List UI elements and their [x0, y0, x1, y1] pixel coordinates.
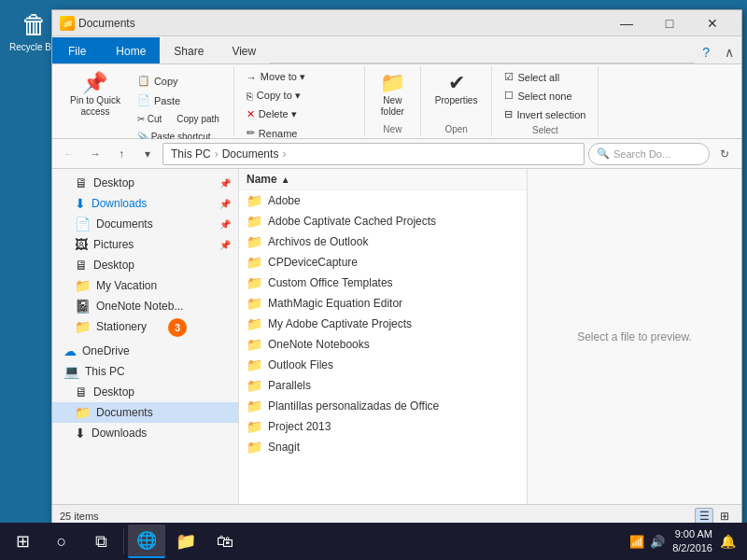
file-list-scroll[interactable]: 📁Adobe📁Adobe Captivate Cached Projects📁A…	[239, 190, 527, 504]
file-name: Outlook Files	[268, 358, 333, 371]
search-box[interactable]: 🔍 Search Do...	[588, 143, 710, 165]
sidebar-item-pictures[interactable]: 🖼 Pictures 📌	[52, 234, 238, 255]
file-item[interactable]: 📁Parallels	[239, 375, 527, 396]
sidebar-item-desktop3[interactable]: 🖥 Desktop	[52, 382, 238, 402]
file-item[interactable]: 📁CPDeviceCapture	[239, 252, 527, 273]
maximize-button[interactable]: □	[648, 10, 691, 36]
tab-share[interactable]: Share	[160, 37, 218, 63]
delete-button[interactable]: ✕ Delete ▾	[240, 105, 359, 123]
large-icons-view-button[interactable]: ⊞	[715, 508, 734, 525]
select-all-button[interactable]: ☑ Select all	[498, 68, 592, 86]
details-view-button[interactable]: ☰	[695, 508, 713, 525]
breadcrumb-this-pc[interactable]: This PC	[171, 147, 211, 161]
desktop1-icon: 🖥	[75, 175, 88, 190]
ribbon-collapse-icon[interactable]: ∧	[717, 41, 741, 63]
help-icon[interactable]: ?	[695, 41, 717, 63]
notifications-icon[interactable]: 🔔	[720, 534, 736, 549]
tab-file[interactable]: File	[52, 37, 102, 63]
file-item[interactable]: 📁Outlook Files	[239, 355, 527, 375]
tray-icons: 📶 🔊	[629, 535, 665, 549]
invert-icon: ⊟	[504, 108, 513, 120]
onenote-icon: 📓	[75, 299, 91, 314]
invert-label: Invert selection	[516, 109, 585, 120]
sidebar-item-label: Documents	[96, 406, 153, 419]
folder-icon: 📁	[247, 296, 262, 311]
downloads2-icon: ⬇	[75, 426, 86, 441]
sidebar-item-downloads2[interactable]: ⬇ Downloads	[52, 423, 238, 443]
sidebar-item-onenote[interactable]: 📓 OneNote Noteb...	[52, 296, 238, 316]
view-buttons: ☰ ⊞	[695, 508, 734, 525]
copy-path-button[interactable]: Copy path	[170, 111, 226, 127]
file-list-header[interactable]: Name ▲	[239, 169, 527, 190]
file-item[interactable]: 📁My Adobe Captivate Projects	[239, 314, 527, 334]
taskbar-start-button[interactable]: ⊞	[4, 525, 41, 558]
move-to-button[interactable]: → Move to ▾	[240, 68, 359, 86]
sidebar-item-onedrive[interactable]: ☁ OneDrive	[52, 341, 238, 361]
select-buttons: ☑ Select all ☐ Select none ⊟ Invert sele…	[498, 68, 592, 123]
sidebar-item-downloads[interactable]: ⬇ Downloads 📌	[52, 193, 238, 214]
taskbar-clock[interactable]: 9:00 AM 8/2/2016	[672, 527, 712, 556]
taskbar-explorer-button[interactable]: 📁	[167, 525, 204, 558]
ribbon-group-select: ☑ Select all ☐ Select none ⊟ Invert sele…	[492, 66, 599, 136]
folder-icon: 📁	[247, 316, 262, 331]
item-count: 25 items	[60, 511, 99, 522]
up-button[interactable]: ↑	[110, 143, 133, 165]
minimize-button[interactable]: —	[605, 10, 648, 36]
file-item[interactable]: 📁Project 2013	[239, 416, 527, 437]
file-item[interactable]: 📁MathMagic Equation Editor	[239, 293, 527, 314]
file-name: Project 2013	[268, 420, 331, 433]
select-none-button[interactable]: ☐ Select none	[498, 87, 592, 105]
refresh-button[interactable]: ↻	[713, 143, 736, 165]
file-item[interactable]: 📁Snagit	[239, 437, 527, 457]
paste-button[interactable]: 📄 Paste	[131, 91, 226, 109]
close-button[interactable]: ✕	[691, 10, 734, 36]
tab-view[interactable]: View	[218, 37, 270, 63]
cut-button[interactable]: ✂ Cut	[131, 111, 168, 127]
taskbar-task-view-button[interactable]: ⧉	[82, 525, 120, 558]
documents2-icon: 📁	[75, 405, 91, 420]
new-folder-button[interactable]: 📁 Newfolder	[374, 68, 412, 122]
sidebar-item-this-pc[interactable]: 💻 This PC	[52, 361, 238, 382]
sidebar-item-desktop1[interactable]: 🖥 Desktop 📌	[52, 173, 238, 193]
sidebar-item-label: Stationery	[96, 320, 147, 333]
sidebar-item-label: OneNote Noteb...	[96, 300, 183, 313]
tab-home[interactable]: Home	[102, 37, 160, 63]
file-item[interactable]: 📁Archivos de Outlook	[239, 231, 527, 252]
file-item[interactable]: 📁Custom Office Templates	[239, 273, 527, 293]
search-placeholder: Search Do...	[613, 148, 670, 160]
sidebar-item-label: Pictures	[93, 238, 134, 251]
taskbar-search-button[interactable]: ○	[43, 525, 80, 558]
date-display: 8/2/2016	[672, 541, 712, 555]
sidebar-item-label: Desktop	[93, 176, 134, 189]
file-item[interactable]: 📁OneNote Notebooks	[239, 334, 527, 355]
ribbon-tabs: File Home Share View ? ∧	[52, 36, 741, 64]
move-to-label: Move to ▾	[261, 71, 305, 83]
forward-button[interactable]: →	[84, 143, 106, 165]
paste-label: Paste	[154, 95, 180, 106]
downloads-icon: ⬇	[75, 196, 86, 211]
sidebar-item-documents2[interactable]: 📁 Documents	[52, 402, 238, 423]
invert-selection-button[interactable]: ⊟ Invert selection	[498, 105, 592, 123]
sidebar-item-stationery[interactable]: 📁 Stationery 3	[52, 316, 238, 337]
file-item[interactable]: 📁Adobe	[239, 190, 527, 211]
move-to-icon: →	[247, 72, 257, 83]
documents-icon: 📄	[75, 217, 91, 231]
back-button[interactable]: ←	[58, 143, 80, 165]
volume-icon: 🔊	[650, 535, 665, 549]
file-item[interactable]: 📁Plantillas personalizadas de Office	[239, 396, 527, 416]
file-item[interactable]: 📁Adobe Captivate Cached Projects	[239, 211, 527, 231]
sidebar-item-my-vacation[interactable]: 📁 My Vacation	[52, 275, 238, 296]
sidebar-item-desktop2[interactable]: 🖥 Desktop	[52, 255, 238, 275]
copy-button[interactable]: 📋 Copy	[131, 72, 226, 90]
recycle-bin-icon: 🗑	[21, 9, 48, 40]
properties-button[interactable]: ✔ Properties	[429, 68, 485, 111]
taskbar-edge-button[interactable]: 🌐	[128, 525, 165, 558]
pin-to-quick-access-button[interactable]: 📌 Pin to Quickaccess	[63, 68, 127, 122]
taskbar-store-button[interactable]: 🛍	[206, 525, 244, 558]
recent-locations-button[interactable]: ▾	[136, 143, 159, 165]
address-path[interactable]: This PC › Documents ›	[162, 143, 585, 165]
breadcrumb-documents[interactable]: Documents	[222, 147, 279, 161]
sidebar-item-documents[interactable]: 📄 Documents 📌	[52, 214, 238, 234]
copy-to-button[interactable]: ⎘ Copy to ▾	[240, 87, 359, 105]
file-name: Custom Office Templates	[268, 276, 393, 289]
